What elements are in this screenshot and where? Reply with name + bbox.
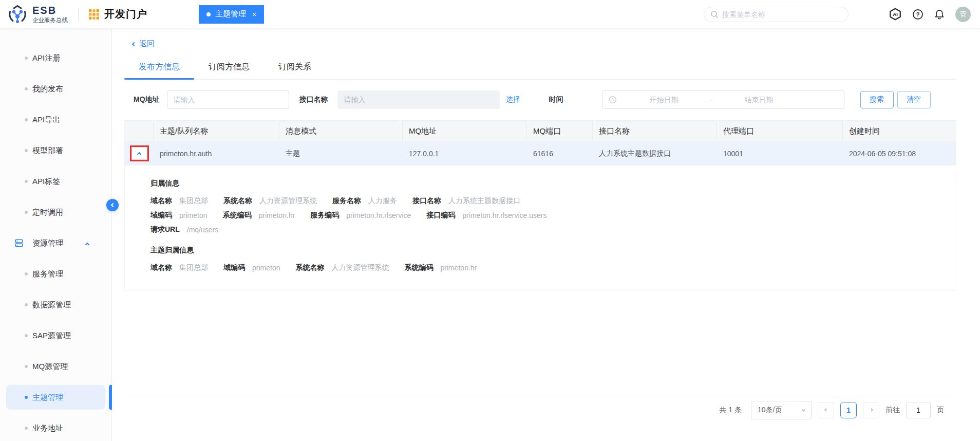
field-value: primeton.hr <box>258 211 295 219</box>
sidebar-item-mq-source-management[interactable]: MQ源管理 <box>6 354 105 379</box>
cell-created-time: 2024-06-05 09:51:08 <box>843 150 956 158</box>
bullet-icon <box>25 272 28 275</box>
topics-table: 主题/队列名称 消息模式 MQ地址 MQ端口 接口名称 代理端口 创建时间 pr… <box>124 120 956 290</box>
search-icon <box>710 10 719 19</box>
tab-subscription-relation[interactable]: 订阅关系 <box>264 57 326 79</box>
clear-button[interactable]: 清空 <box>897 91 931 108</box>
goto-page-input[interactable] <box>906 402 931 418</box>
sidebar-item-service-management[interactable]: 服务管理 <box>6 262 105 286</box>
field-label: 接口名称 <box>412 196 441 206</box>
global-search-input[interactable] <box>722 10 842 19</box>
bullet-icon <box>25 303 28 306</box>
interface-name-input[interactable] <box>337 90 500 109</box>
start-date-input[interactable] <box>621 96 707 104</box>
select-link[interactable]: 选择 <box>506 95 520 104</box>
sidebar-item-scheduled-call[interactable]: 定时调用 <box>6 200 105 225</box>
divider <box>78 8 79 21</box>
page-size-select[interactable]: 10条/页 <box>751 401 812 419</box>
detail-tabs: 发布方信息 订阅方信息 订阅关系 <box>124 57 956 80</box>
logo-title: ESB <box>32 5 68 16</box>
sidebar-item-label: 主题管理 <box>32 393 63 402</box>
cell-message-mode: 主题 <box>279 149 403 158</box>
sidebar-item-datasource-management[interactable]: 数据源管理 <box>6 292 105 317</box>
back-link[interactable]: 返回 <box>133 39 155 49</box>
bullet-icon <box>25 57 28 60</box>
field-value: primeton.hr.rlservice <box>346 211 411 219</box>
prev-page-button[interactable] <box>818 402 834 418</box>
sidebar-item-api-register[interactable]: API注册 <box>6 46 105 70</box>
collapse-row-button[interactable] <box>131 147 147 160</box>
ai-assistant-icon[interactable]: AI <box>889 8 902 21</box>
mq-address-label: MQ地址 <box>134 95 160 104</box>
sidebar-item-business-address[interactable]: 业务地址 <box>6 416 105 440</box>
bell-icon[interactable] <box>934 9 945 20</box>
header-topic-queue-name: 主题/队列名称 <box>154 121 279 141</box>
field-label: 服务编码 <box>310 211 339 220</box>
server-stack-icon <box>14 238 24 248</box>
field-label: 系统编码 <box>222 211 251 220</box>
page-number-button[interactable]: 1 <box>840 402 857 418</box>
header-mq-address: MQ地址 <box>403 121 527 141</box>
user-avatar[interactable]: 管 <box>955 7 971 22</box>
bullet-icon <box>25 118 28 121</box>
cell-topic-queue-name: primeton.hr.auth <box>154 150 279 158</box>
field-value: 集团总部 <box>179 196 208 206</box>
table-row: primeton.hr.auth 主题 127.0.0.1 61616 人力系统… <box>125 142 956 166</box>
open-tab-topic-management[interactable]: 主题管理 × <box>199 5 264 24</box>
sidebar-item-api-tags[interactable]: API标签 <box>6 169 105 194</box>
sidebar-item-sap-source-management[interactable]: SAP源管理 <box>6 323 105 348</box>
sidebar-item-label: API注册 <box>32 53 60 63</box>
chevron-down-icon <box>802 408 805 412</box>
top-bar: ESB 企业服务总线 开发门户 主题管理 × <box>0 0 980 29</box>
field-label: 域编码 <box>223 263 245 272</box>
chevron-left-icon <box>132 42 136 46</box>
next-page-button[interactable] <box>863 402 879 418</box>
tab-publisher-info[interactable]: 发布方信息 <box>124 57 194 79</box>
field-value: primeton <box>252 264 280 272</box>
sidebar-item-api-export[interactable]: API导出 <box>6 107 105 132</box>
field-value: 集团总部 <box>179 263 208 272</box>
global-search[interactable] <box>704 7 849 22</box>
field-value: 人力服务 <box>368 196 397 206</box>
date-range-picker[interactable]: - <box>602 90 844 109</box>
header-created-time: 创建时间 <box>843 121 956 141</box>
detail-row: 域名称集团总部 域编码primeton 系统名称人力资源管理系统 系统编码pri… <box>150 263 956 272</box>
header-mq-port: MQ端口 <box>527 121 593 141</box>
svg-text:?: ? <box>916 11 919 17</box>
sidebar-item-model-deploy[interactable]: 模型部署 <box>6 138 105 163</box>
sidebar-collapse-button[interactable] <box>106 199 119 211</box>
bullet-icon <box>25 87 28 90</box>
chevron-left-icon <box>111 203 115 207</box>
cell-proxy-port: 10001 <box>717 150 843 158</box>
sidebar-item-my-publish[interactable]: 我的发布 <box>6 77 105 101</box>
svg-text:AI: AI <box>893 11 898 17</box>
clock-icon <box>609 96 617 104</box>
cell-mq-address: 127.0.0.1 <box>403 150 527 158</box>
mq-address-input[interactable] <box>167 90 289 109</box>
sidebar: API注册 我的发布 API导出 模型部署 API标签 定时调用 资源管理 <box>0 29 112 441</box>
expanded-row-detail: 归属信息 域名称集团总部 系统名称人力资源管理系统 服务名称人力服务 接口名称人… <box>125 166 956 290</box>
bullet-icon <box>25 396 28 399</box>
bullet-icon <box>25 149 28 152</box>
help-icon[interactable]: ? <box>912 9 924 20</box>
field-value: primeton.hr <box>440 264 477 272</box>
pagination-bar: 共 1 条 10条/页 1 前往 页 <box>124 397 956 422</box>
filter-bar: MQ地址 接口名称 选择 时间 - 搜索 清空 <box>124 90 956 109</box>
header-expand-column <box>125 121 154 141</box>
sidebar-item-topic-management[interactable]: 主题管理 <box>6 385 105 410</box>
field-label: 系统名称 <box>295 263 324 272</box>
chevron-up-icon <box>137 152 141 156</box>
grid-icon <box>89 9 99 20</box>
field-value: 人力资源管理系统 <box>331 263 389 272</box>
sidebar-group-label: 资源管理 <box>32 238 63 248</box>
tab-subscriber-info[interactable]: 订阅方信息 <box>194 57 264 79</box>
topbar-actions: AI ? 管 <box>889 7 971 22</box>
search-button[interactable]: 搜索 <box>860 91 894 108</box>
attribution-info-title: 归属信息 <box>150 179 956 188</box>
sidebar-item-label: MQ源管理 <box>32 362 68 372</box>
sidebar-item-label: API导出 <box>32 115 60 125</box>
field-value: primeton.hr.rlservice.users <box>462 211 546 219</box>
sidebar-group-resource-management[interactable]: 资源管理 <box>6 231 105 255</box>
tab-close-icon[interactable]: × <box>252 10 256 19</box>
end-date-input[interactable] <box>715 96 802 104</box>
